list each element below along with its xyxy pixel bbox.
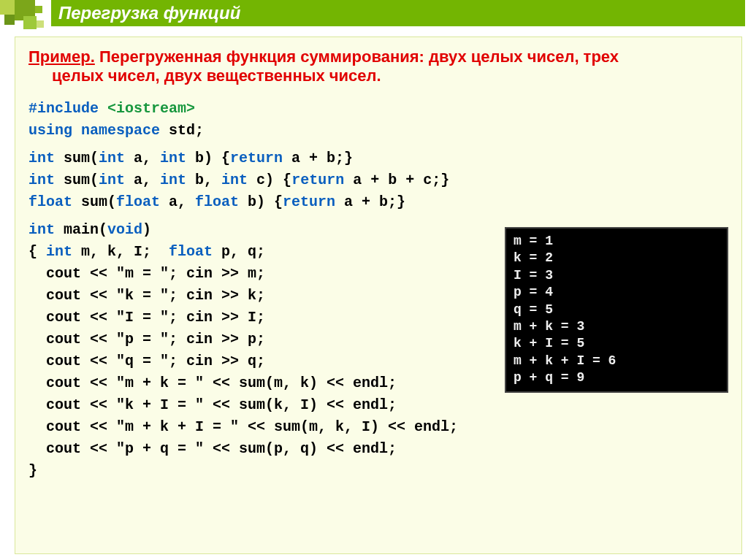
console-l5: q = 5 — [514, 302, 553, 317]
console-output: m = 1 k = 2 I = 3 p = 4 q = 5 m + k = 3 … — [505, 227, 728, 393]
example-text: Пример. Перегруженная функция суммирован… — [28, 47, 728, 86]
using-val: std; — [169, 122, 204, 139]
console-l1: m = 1 — [514, 234, 553, 248]
slide: Перегрузка функций Пример. Перегруженная… — [0, 0, 748, 560]
using-kw: using namespace — [28, 122, 169, 139]
sum-line-3: cout << "m + k + I = " << sum(m, k, I) <… — [28, 416, 728, 438]
include-line: #include <iostream> — [28, 98, 728, 120]
corner-decoration — [0, 0, 51, 29]
proto-2: int sum(int a, int b, int c) {return a +… — [28, 169, 728, 191]
example-line2: целых чисел, двух вещественных чисел. — [52, 66, 728, 85]
proto-3: float sum(float a, float b) {return a + … — [28, 191, 728, 213]
example-line1: Перегруженная функция суммирования: двух… — [95, 47, 619, 66]
console-l7: k + I = 5 — [514, 336, 584, 350]
example-prefix: Пример. — [28, 47, 95, 66]
include-kw: #include — [28, 100, 107, 117]
include-val: <iostream> — [107, 100, 195, 117]
using-line: using namespace std; — [28, 120, 728, 142]
console-l2: k = 2 — [514, 250, 553, 265]
slide-title: Перегрузка функций — [51, 0, 745, 26]
close-brace: } — [28, 460, 728, 482]
console-l6: m + k = 3 — [514, 319, 584, 334]
proto-1: int sum(int a, int b) {return a + b;} — [28, 147, 728, 169]
slide-body: Пример. Перегруженная функция суммирован… — [15, 37, 742, 554]
sum-line-4: cout << "p + q = " << sum(p, q) << endl; — [28, 438, 728, 460]
console-l9: p + q = 9 — [514, 370, 584, 385]
console-l3: I = 3 — [514, 268, 553, 283]
console-l4: p = 4 — [514, 285, 553, 299]
console-l8: m + k + I = 6 — [514, 353, 616, 368]
sum-line-2: cout << "k + I = " << sum(k, I) << endl; — [28, 394, 728, 416]
